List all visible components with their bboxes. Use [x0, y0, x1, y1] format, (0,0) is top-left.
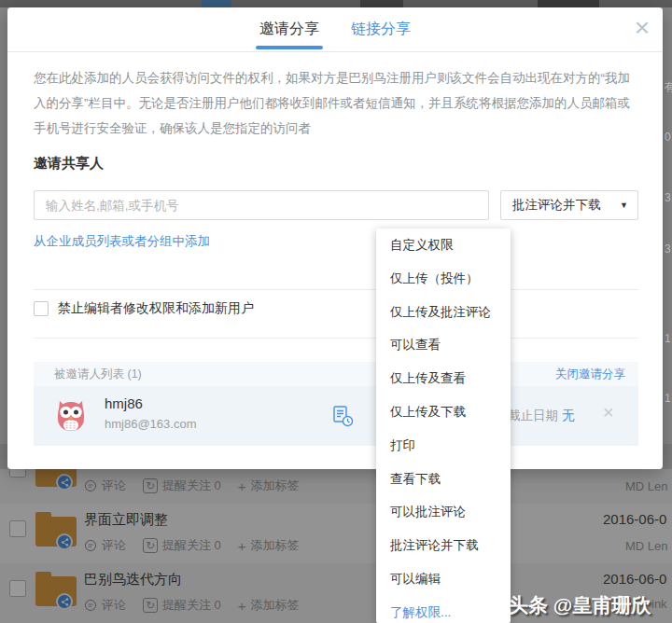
- menu-item-learn-permissions[interactable]: 了解权限...: [376, 596, 511, 623]
- restriction-checkbox[interactable]: [34, 301, 49, 316]
- watermark: 头条 @皇甫珊欣: [509, 592, 651, 618]
- owl-avatar: [52, 397, 90, 435]
- menu-item-print[interactable]: 打印: [376, 429, 511, 463]
- invitee-name: hmj86: [105, 395, 143, 411]
- menu-item-edit[interactable]: 可以编辑: [376, 562, 511, 596]
- dialog-tab-bar: 邀请分享 链接分享 ×: [7, 7, 663, 52]
- deadline-label: 截止日期: [508, 408, 558, 424]
- tab-link-share[interactable]: 链接分享: [349, 20, 413, 51]
- menu-item-comment[interactable]: 可以批注评论: [376, 495, 511, 529]
- editor-restriction-row: 禁止编辑者修改权限和添加新用户: [34, 300, 254, 317]
- close-invite-share-link[interactable]: 关闭邀请分享: [555, 367, 625, 382]
- chevron-down-icon: ▼: [620, 201, 628, 210]
- restriction-label: 禁止编辑者修改权限和添加新用户: [58, 300, 254, 317]
- overlay-left-strip: [0, 7, 7, 469]
- add-from-org-link[interactable]: 从企业成员列表或者分组中添加: [34, 233, 210, 250]
- edge-text-fragment: 0: [665, 131, 672, 144]
- divider: [34, 338, 638, 339]
- permission-deadline-icon[interactable]: [330, 404, 355, 428]
- invited-user-row: hmj86 hmj86@163.com 截止日期 无 ×: [34, 386, 638, 446]
- menu-item-custom[interactable]: 自定义权限: [376, 228, 511, 262]
- permission-menu: 自定义权限 仅上传（投件） 仅上传及批注评论 可以查看 仅上传及查看 仅上传及下…: [376, 228, 511, 623]
- remove-invitee-icon[interactable]: ×: [603, 402, 614, 423]
- share-dialog: 邀请分享 链接分享 × 您在此处添加的人员会获得访问文件的权利，如果对方是巴别鸟…: [7, 7, 663, 469]
- edge-text-fragment: 3: [665, 191, 672, 204]
- deadline-value[interactable]: 无: [562, 408, 575, 424]
- edge-text-fragment: 3: [665, 242, 672, 256]
- menu-item-upload-only[interactable]: 仅上传（投件）: [376, 262, 511, 296]
- permission-select[interactable]: 批注评论并下载 ▼: [500, 190, 638, 220]
- invitee-email: hmj86@163.com: [105, 417, 196, 431]
- menu-item-comment-download[interactable]: 批注评论并下载: [376, 529, 511, 562]
- edge-text-fragment: 1: [665, 392, 672, 405]
- menu-item-view-download[interactable]: 查看下载: [376, 463, 511, 496]
- invitee-input[interactable]: [34, 190, 489, 220]
- divider: [34, 289, 638, 290]
- invite-heading: 邀请共享人: [34, 155, 104, 173]
- menu-item-upload-view[interactable]: 仅上传及查看: [376, 362, 511, 395]
- permission-select-value: 批注评论并下载: [512, 197, 601, 214]
- edge-text-fragment: 1: [665, 332, 672, 345]
- menu-item-view[interactable]: 可以查看: [376, 328, 511, 362]
- invited-list: 被邀请人列表 (1) 关闭邀请分享 hmj86 hmj86@: [34, 362, 638, 446]
- close-icon[interactable]: ×: [635, 13, 650, 43]
- menu-item-upload-comment[interactable]: 仅上传及批注评论: [376, 296, 511, 329]
- invited-list-header: 被邀请人列表 (1): [54, 367, 142, 382]
- tab-invite-share[interactable]: 邀请分享: [258, 20, 321, 51]
- share-description: 您在此处添加的人员会获得访问文件的权利，如果对方是巴别鸟注册用户则该文件会自动出…: [34, 65, 642, 141]
- edge-text-fragment: 有: [665, 80, 672, 93]
- menu-item-upload-download[interactable]: 仅上传及下载: [376, 395, 511, 429]
